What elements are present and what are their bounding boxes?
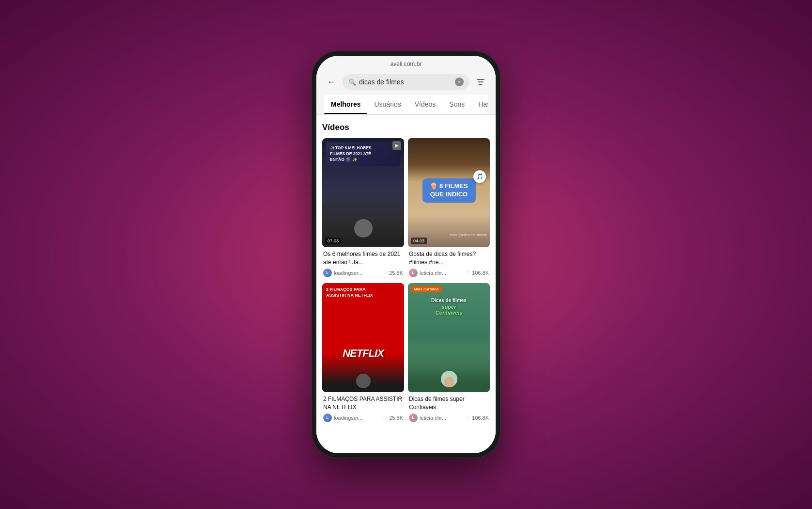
phone-frame: aveli.com.br ← 🔍 dicas de filmes × [312,51,500,458]
phone-screen: aveli.com.br ← 🔍 dicas de filmes × [316,56,496,453]
likes-1: 25.8K [389,270,403,276]
avatar-1: L [323,269,332,277]
filmes-title-overlay: Dicas de filmes superConfiáveis [412,297,486,316]
video-meta-2: L leticia.chr... ♡ 106.8K [409,269,489,277]
tab-usuarios[interactable]: Usuários [367,95,407,114]
username-4: leticia.chr... [420,415,464,421]
search-input-container[interactable]: 🔍 dicas de filmes × [343,74,469,90]
timestamp-2: 04-03 [411,238,427,244]
likes-3: 25.8K [389,415,403,421]
blue-banner: 🍿 8 FILMESQUE INDICO [422,178,476,203]
search-icon: 🔍 [348,79,356,86]
video-meta-3: L loadingser... ♡ 25.8K [323,414,403,422]
video-info-2: Gosta de dicas de filmes? #filmes #ne...… [408,247,490,279]
video-title-2: Gosta de dicas de filmes? #filmes #ne... [409,250,489,267]
back-button[interactable]: ← [324,75,339,89]
search-query-text: dicas de filmes [359,78,452,86]
video-thumb-3: 2 FILMAÇOS PARAASSISTIR NA NETFLIX NETFL… [322,283,404,392]
videos-grid: ✨TOP 6 MELHORESFILMES DE 2021 ATÉENTÃO 🎬… [322,138,490,424]
video-card-1[interactable]: ✨TOP 6 MELHORESFILMES DE 2021 ATÉENTÃO 🎬… [322,138,404,279]
heart-icon-3: ♡ [383,415,387,420]
film-icon-badge: ▶ [392,141,401,150]
tiktok-badge-2: 🎵 [473,170,486,183]
videos-section-title: Vídeos [322,123,490,132]
avatar-4: L [409,414,418,422]
filter-icon [476,78,485,86]
username-1: loadingser... [334,270,381,276]
timestamp-1: 07-03 [325,238,341,244]
filter-button[interactable] [473,75,488,89]
video-info-4: Dicas de filmes super Confiáveis L letic… [408,392,490,424]
video-title-3: 2 FILMAÇOS PARA ASSISTIR NA NETFLIX [323,395,403,412]
username-3: loadingser... [334,415,381,421]
url-bar: aveli.com.br [324,61,488,70]
video-info-3: 2 FILMAÇOS PARA ASSISTIR NA NETFLIX L lo… [322,392,404,424]
tab-hashtags[interactable]: Hasht... [471,95,488,114]
mais-curtidos-badge: Mais curtidos [411,286,442,292]
tab-sons[interactable]: Sons [442,95,471,114]
heart-icon-4: ♡ [466,415,470,420]
netflix-banner: 2 FILMAÇOS PARAASSISTIR NA NETFLIX [322,283,404,302]
browser-bar: aveli.com.br ← 🔍 dicas de filmes × [316,56,496,115]
video-title-1: Os 6 melhores filmes de 2021 até então !… [323,250,403,267]
person-bottom-4 [408,343,490,392]
video-meta-1: L loadingser... ♡ 25.8K [323,269,403,277]
video-info-1: Os 6 melhores filmes de 2021 até então !… [322,247,404,279]
clear-icon: × [458,80,461,85]
avatar-2: L [409,269,418,277]
heart-icon-1: ♡ [383,270,387,275]
likes-4: 106.8K [472,415,489,421]
content-area: Vídeos ✨TOP 6 MELHORESFILMES DE 2021 ATÉ… [316,115,496,453]
video-thumb-4: Mais curtidos Dicas de filmes superConfi… [408,283,490,392]
video-card-2[interactable]: 🍿 8 FILMESQUE INDICO 🎵 insta @leticia.ch… [408,138,490,279]
tab-videos[interactable]: Vídeos [408,95,443,114]
video-thumb-1: ✨TOP 6 MELHORESFILMES DE 2021 ATÉENTÃO 🎬… [322,138,404,247]
clear-search-button[interactable]: × [455,78,464,86]
video-card-4[interactable]: Mais curtidos Dicas de filmes superConfi… [408,283,490,424]
tab-melhores[interactable]: Melhores [324,95,367,114]
insta-credit: insta @leticia.christianini [450,233,487,237]
avatar-3: L [323,414,332,422]
video-thumb-2: 🍿 8 FILMESQUE INDICO 🎵 insta @leticia.ch… [408,138,490,247]
video-meta-4: L leticia.chr... ♡ 106.8K [409,414,489,422]
likes-2: 106.8K [472,270,489,276]
username-2: leticia.chr... [420,270,464,276]
search-bar-row: ← 🔍 dicas de filmes × [324,70,488,95]
back-icon: ← [327,77,336,87]
heart-icon-2: ♡ [466,270,470,275]
tabs-row: Melhores Usuários Vídeos Sons Hasht... [324,95,488,114]
person-bottom-3 [322,354,404,392]
video-title-4: Dicas de filmes super Confiáveis [409,395,489,412]
video-card-3[interactable]: 2 FILMAÇOS PARAASSISTIR NA NETFLIX NETFL… [322,283,404,424]
